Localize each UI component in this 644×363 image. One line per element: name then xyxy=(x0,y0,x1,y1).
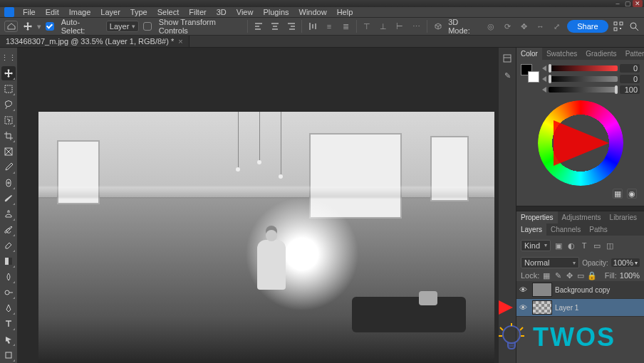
align-top-icon[interactable]: ⊤ xyxy=(361,21,373,32)
menu-filter[interactable]: Filter xyxy=(185,8,210,16)
lock-artboard-icon[interactable]: ▭ xyxy=(576,271,585,280)
tab-color[interactable]: Color xyxy=(516,48,542,60)
opacity-value[interactable]: 100% xyxy=(611,258,640,267)
layer-name[interactable]: Layer 1 xyxy=(555,304,641,312)
home-button[interactable] xyxy=(4,21,18,32)
minimize-button[interactable]: – xyxy=(613,0,623,7)
object-selection-tool[interactable] xyxy=(1,113,16,127)
marquee-tool[interactable] xyxy=(1,82,16,96)
menu-view[interactable]: View xyxy=(232,8,258,16)
distribute-bottom-icon[interactable]: ≣ xyxy=(340,21,352,32)
more-options-icon[interactable]: ⋯ xyxy=(410,21,422,32)
s-value[interactable]: 0 xyxy=(620,75,640,83)
distribute-vcenter-icon[interactable]: ≡ xyxy=(323,21,335,32)
visibility-toggle-icon[interactable]: 👁 xyxy=(519,285,529,294)
fill-value[interactable]: 100% xyxy=(620,271,640,280)
pen-tool[interactable] xyxy=(1,301,16,315)
canvas-area[interactable] xyxy=(17,48,516,363)
document-tab[interactable]: 133468307_m.jpg @ 33.5% (Layer 1, RGB/8#… xyxy=(0,36,189,47)
move-tool[interactable] xyxy=(1,66,16,80)
filter-shape-icon[interactable]: ▭ xyxy=(592,241,602,251)
lock-all-icon[interactable]: 🔒 xyxy=(588,271,596,280)
layer-thumbnail[interactable] xyxy=(532,300,552,315)
3d-pan-icon[interactable]: ✥ xyxy=(518,21,530,32)
visibility-toggle-icon[interactable]: 👁 xyxy=(519,303,529,312)
close-tab-icon[interactable]: × xyxy=(178,37,182,46)
layer-row[interactable]: 👁 Layer 1 xyxy=(516,299,644,317)
color-wheel[interactable] xyxy=(538,100,623,186)
search-icon[interactable] xyxy=(629,21,640,32)
healing-brush-tool[interactable] xyxy=(1,176,16,190)
frame-tool[interactable] xyxy=(1,144,16,159)
h-slider[interactable] xyxy=(549,65,618,71)
clone-stamp-tool[interactable] xyxy=(1,207,16,221)
align-vcenter-icon[interactable]: ⊥ xyxy=(378,21,390,32)
3d-roll-icon[interactable]: ⟳ xyxy=(502,21,514,32)
layer-row[interactable]: 👁 Background copy xyxy=(516,281,644,299)
filter-type-icon[interactable]: T xyxy=(579,241,589,251)
eyedropper-tool[interactable] xyxy=(1,160,16,174)
layer-kind-select[interactable]: Kind xyxy=(521,240,551,251)
tab-paths[interactable]: Paths xyxy=(585,223,612,236)
tab-patterns[interactable]: Patterns xyxy=(621,48,644,60)
autoselect-target-select[interactable]: Layer xyxy=(106,21,140,32)
color-picker-grid-icon[interactable]: ▦ xyxy=(613,189,623,199)
menu-image[interactable]: Image xyxy=(65,8,95,16)
gradient-tool[interactable] xyxy=(1,254,16,268)
move-tool-icon[interactable] xyxy=(22,21,33,32)
filter-smart-icon[interactable]: ◫ xyxy=(605,241,615,251)
close-button[interactable]: ✕ xyxy=(633,0,643,7)
menu-type[interactable]: Type xyxy=(126,8,152,16)
filter-adjustment-icon[interactable]: ◐ xyxy=(566,241,576,251)
color-swatch-pair[interactable] xyxy=(521,64,539,83)
rectangle-tool[interactable] xyxy=(1,348,16,362)
menu-layer[interactable]: Layer xyxy=(96,8,125,16)
tab-gradients[interactable]: Gradients xyxy=(581,48,620,60)
blur-tool[interactable] xyxy=(1,270,16,284)
menu-help[interactable]: Help xyxy=(333,8,358,16)
background-color[interactable] xyxy=(528,71,539,83)
share-button[interactable]: Share xyxy=(567,20,608,33)
menu-select[interactable]: Select xyxy=(153,8,184,16)
distribute-top-icon[interactable] xyxy=(306,21,318,32)
blend-mode-select[interactable]: Normal xyxy=(521,257,579,268)
3d-zoom-icon[interactable]: ⤢ xyxy=(551,21,563,32)
menu-window[interactable]: Window xyxy=(295,8,331,16)
lock-transparent-icon[interactable]: ▦ xyxy=(542,271,551,280)
history-panel-icon[interactable] xyxy=(501,52,514,65)
menu-edit[interactable]: Edit xyxy=(41,8,63,16)
history-brush-tool[interactable] xyxy=(1,223,16,237)
align-hcenter-icon[interactable] xyxy=(269,21,281,32)
path-selection-tool[interactable] xyxy=(1,332,16,347)
align-left-icon[interactable] xyxy=(252,21,264,32)
tab-layers[interactable]: Layers xyxy=(516,223,546,236)
color-picker-target-icon[interactable]: ◉ xyxy=(627,189,637,199)
ps-logo-icon[interactable] xyxy=(4,7,14,17)
3d-orbit-icon[interactable]: ◎ xyxy=(485,21,497,32)
type-tool[interactable] xyxy=(1,317,16,331)
brush-tool[interactable] xyxy=(1,191,16,206)
tab-adjustments[interactable]: Adjustments xyxy=(558,211,606,223)
lock-position-icon[interactable]: ✥ xyxy=(565,271,573,280)
layer-name[interactable]: Background copy xyxy=(555,286,641,294)
lasso-tool[interactable] xyxy=(1,98,16,112)
menu-3d[interactable]: 3D xyxy=(212,8,231,16)
s-slider[interactable] xyxy=(549,76,618,82)
autoselect-checkbox[interactable] xyxy=(46,22,53,31)
dodge-tool[interactable] xyxy=(1,285,16,300)
eraser-tool[interactable] xyxy=(1,238,16,253)
tab-properties[interactable]: Properties xyxy=(516,211,558,223)
layer-thumbnail[interactable] xyxy=(532,283,552,297)
menu-file[interactable]: File xyxy=(19,8,40,16)
crop-tool[interactable] xyxy=(1,129,16,143)
show-transform-checkbox[interactable] xyxy=(143,22,152,31)
h-value[interactable]: 0 xyxy=(620,64,640,73)
align-bottom-icon[interactable]: ⊢ xyxy=(394,21,406,32)
maximize-button[interactable]: ▢ xyxy=(623,0,633,7)
filter-pixel-icon[interactable]: ▣ xyxy=(554,241,564,251)
b-slider[interactable] xyxy=(549,87,618,93)
panel-divider[interactable] xyxy=(516,206,644,211)
tab-swatches[interactable]: Swatches xyxy=(542,48,581,60)
menu-plugins[interactable]: Plugins xyxy=(259,8,293,16)
brushes-panel-icon[interactable]: ✎ xyxy=(501,69,514,82)
